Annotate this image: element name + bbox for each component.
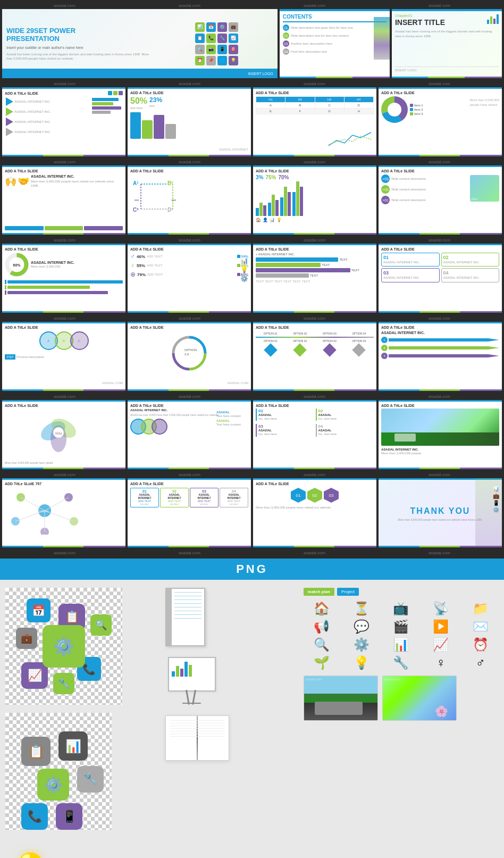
slide-book[interactable]: ADD A TitLe SLIDE ASADAL INTERNET INC. M…	[379, 400, 502, 469]
icon-chat: 💬	[343, 619, 380, 634]
slide-arrows[interactable]: ADD A TitLe SLIDE ASADAL INTERNET INC.	[2, 87, 125, 156]
black-icons-grid: 🏠 ⏳ 📺 📡 📁 📢 💬 🎬 ▶️ ✉️ 🔍 ⚙️ 📊 📈 ⏰ 🌱 💡 🔧 ♀	[304, 601, 499, 670]
slide-petals[interactable]: ADD A TitLe SLIDE YOU More than 3,000,00…	[2, 400, 125, 469]
contents-item-4: 04 Final item description text	[283, 48, 387, 55]
slide-percentage-blocks[interactable]: ADD A TitLe SLIDE 50% text here 23% text	[128, 87, 251, 156]
slide-bottom-bar	[280, 77, 390, 78]
watermark-4: asadal.com	[429, 3, 450, 8]
svg-text:text: text	[135, 198, 139, 202]
slide-bottom-bar	[253, 155, 376, 156]
slide-pie-60[interactable]: ADD A TitLe SLIDE 60% ASADAL INTERNET IN…	[2, 244, 125, 313]
slide-chapter-title[interactable]: Chapter01 INSERT TITLE Asadal has been r…	[392, 9, 502, 78]
slide-add-title-6a: ADD A TitLe SLIDE	[5, 404, 123, 407]
icon-broadcast: 📡	[423, 601, 459, 616]
watermark: asadal.com	[179, 472, 200, 477]
watermark: asadal.com	[304, 551, 325, 555]
donut-chart	[381, 96, 408, 123]
slide-donut[interactable]: ADD A TitLe SLIDE Item 1 Item 2 Item 3 M…	[379, 87, 502, 156]
slide-add-title: ADD A TitLe SLIDE	[5, 91, 38, 95]
slide-add-title-3d: ADD A TitLe SLIDE	[381, 169, 499, 173]
abcd-svg: A¹ B² C² D¹ text text	[130, 174, 210, 222]
checker-area-1: ⚙️ 📋 📈 📅 📞 💼 🔍 🔧	[5, 588, 122, 705]
slide-title-797: ADD TitLe SLidE 797	[5, 482, 123, 486]
main-title-heading: WIDE 29SET POWER PRESENTATION	[6, 27, 152, 43]
slide-gender-pct[interactable]: ADD A TitLe SLIDE ♂ 46% ADD TEXT 34% ♀ 5…	[128, 244, 251, 313]
network-svg: ASADAL	[5, 487, 85, 535]
mosaic-cell: 📊	[195, 22, 205, 32]
watermark: asadal.com	[54, 394, 75, 399]
slide-797[interactable]: ADD TitLe SLidE 797 ASADAL	[2, 478, 125, 547]
icon-plant: 🌱	[304, 655, 340, 670]
mosaic-cell: ⏰	[195, 56, 205, 65]
png-header: PNG	[0, 559, 504, 580]
svg-line-27	[21, 497, 45, 511]
mosaic-cell: 📷	[206, 45, 216, 54]
notebook-asset	[165, 588, 296, 646]
slide-table[interactable]: ADD A TitLe SLIDE H1 H2 H3 H4 A B C D E …	[253, 87, 376, 156]
watermark: asadal.com	[429, 472, 450, 477]
icon-gear: ⚙️	[343, 637, 380, 652]
watermark: asadal.com	[54, 160, 75, 164]
slide-numbered-boxes[interactable]: ADD A TitLe SLIDE 01 ASADAL INTERNET INC…	[379, 244, 502, 313]
slide-bottom-bar	[2, 311, 125, 313]
slide-row-2: ADD A TitLe SLIDE ASADAL INTERNET INC.	[2, 87, 502, 156]
mosaic-cell: 📞	[206, 34, 216, 43]
circular-svg: OPTION 2.0	[168, 332, 211, 374]
slide-chevrons[interactable]: ADD A TitLe SLIDE ASADAL INTERNET INC. 1…	[379, 322, 502, 391]
slide-people[interactable]: ADD A TitLe SLIDE 🙌 🤝 ASADAL INTERNET IN…	[2, 165, 125, 235]
icon-mosaic: 📊 📅 ⚙️ 💼 📋 📞 🔧 📈 🔍 📷 📱 🎯 ⏰ 📌	[195, 22, 238, 65]
svg-text:60%: 60%	[13, 263, 21, 267]
slide-bottom-bar	[2, 468, 125, 469]
icon-tv: 📺	[383, 601, 419, 616]
png-right-area: match plan Project 🏠 ⏳ 📺 📡 📁 📢 💬 🎬 ▶️ ✉️…	[298, 580, 504, 846]
watermark: asadal.com	[54, 551, 75, 555]
slide-main-title[interactable]: WIDE 29SET POWER PRESENTATION Insert you…	[2, 9, 278, 78]
contents-title: CONTENTS	[283, 14, 387, 22]
logo-text: INSERT LOGO	[248, 72, 273, 76]
icon-male: ♂	[462, 655, 499, 670]
slide-add-title-3b: ADD A TitLe SLIDE	[130, 169, 248, 173]
svg-text:text: text	[172, 198, 177, 202]
slide-abcd[interactable]: ADD A TitLe SLIDE A¹ B² C² D¹ text text	[128, 165, 251, 235]
svg-text:ASADAL: ASADAL	[37, 510, 49, 513]
slide-steps[interactable]: ADD A TitLe SLIDE A B C STEP Process des…	[2, 322, 125, 391]
presentation-stand	[165, 657, 296, 705]
slide-hex-process[interactable]: ADD A TitLe SLIDE 01 ASADALINTERNET ADD …	[128, 478, 251, 547]
slide-thankyou[interactable]: THANK YOU More than 3,000,000 people hav…	[379, 478, 502, 547]
label-tags-row: match plan Project	[304, 588, 499, 596]
icon-megaphone: 📢	[304, 619, 340, 634]
mosaic-cell: 📌	[206, 56, 216, 65]
contents-item-1: 01 Slide description text goes here for …	[283, 24, 387, 31]
mosaic-cell: 📋	[195, 34, 205, 43]
slide-bottom-bar	[379, 468, 502, 469]
slide-row-7: ADD TitLe SLidE 797 ASADAL	[2, 478, 502, 547]
slide-num-grid[interactable]: ADD A TitLe SLIDE 01 ASADAL Inc. text he…	[253, 400, 376, 469]
slide-circular[interactable]: ADD A TitLe SLIDE OPTION 2.0 ASADAL.COM	[128, 322, 251, 391]
contents-num: 03	[283, 40, 289, 47]
icon-hourglass: ⏳	[343, 601, 380, 616]
slide-bottom-bar	[128, 311, 251, 313]
slide-add-title-3c: ADD A TitLe SLIDE	[256, 169, 374, 173]
watermark: asadal.com	[179, 160, 200, 164]
slide-hbars[interactable]: ADD A TitLe SLIDE + ASADAL INTERNET INC.…	[253, 244, 376, 313]
icon-linegraph: 📈	[423, 637, 459, 652]
watermark: asadal.com	[54, 81, 75, 86]
photo-city: asadal.com	[304, 676, 378, 721]
slide-circles-title[interactable]: ADD A TitLe SLIDE ASADAL INTERNET INC. W…	[128, 400, 251, 469]
slide-bottom-bar	[253, 311, 376, 313]
slide-numbered-arrows[interactable]: ADD A TitLe SLIDE >03 Slide content desc…	[379, 165, 502, 235]
slide-growing-bar[interactable]: ADD A TitLe SLIDE 3% 75% 70%	[253, 165, 376, 235]
slide-bottom-bar	[2, 389, 125, 391]
slide-logo: ASADAL INTERNET	[219, 148, 248, 151]
contents-text: Slide description text goes here for ite…	[291, 26, 353, 30]
slide-diamonds[interactable]: ADD A TitLe SLIDE OPTION 01OPTION 02OPTI…	[253, 322, 376, 391]
watermark: asadal.com	[179, 81, 200, 86]
petals-svg: YOU	[32, 410, 96, 452]
icon-bulb: 💡	[343, 655, 380, 670]
photos-row: asadal.com 🌸 asadal.com	[304, 676, 499, 721]
main-title-left: WIDE 29SET POWER PRESENTATION Insert you…	[2, 9, 156, 78]
main-title-body: Asadal has been running one of the bigge…	[6, 52, 152, 61]
slide-bottom-bar	[253, 546, 376, 547]
slide-hexagons[interactable]: ADD A TitLe SLIDE 01 02 03 More than 3,0…	[253, 478, 376, 547]
slide-contents[interactable]: CONTENTS 01 Slide description text goes …	[280, 9, 390, 78]
